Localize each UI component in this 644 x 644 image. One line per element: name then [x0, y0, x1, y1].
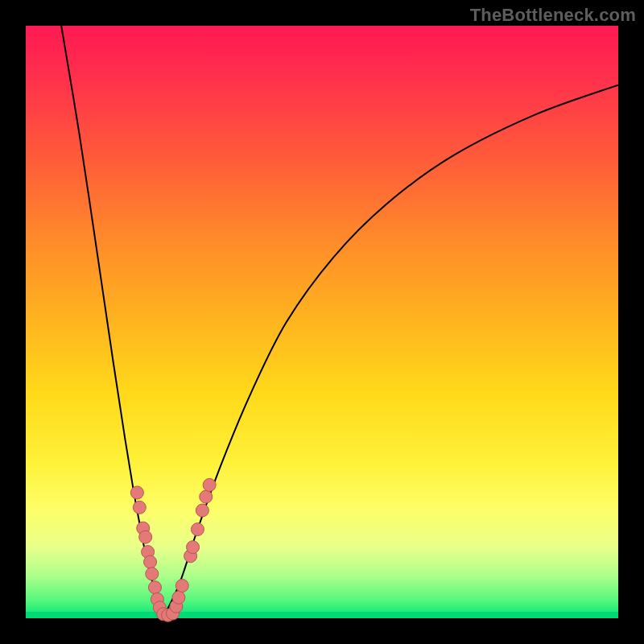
- data-marker: [133, 501, 146, 514]
- data-marker: [139, 530, 152, 543]
- data-markers: [130, 478, 216, 621]
- data-marker: [146, 568, 159, 580]
- data-marker: [203, 478, 216, 491]
- data-marker: [191, 523, 204, 536]
- chart-frame: TheBottleneck.com: [0, 0, 644, 644]
- watermark-text: TheBottleneck.com: [470, 5, 636, 26]
- data-marker: [175, 580, 188, 592]
- curve-right-branch: [164, 85, 618, 616]
- data-marker: [196, 504, 208, 517]
- chart-svg: [26, 26, 618, 618]
- data-marker: [172, 591, 185, 604]
- data-marker: [130, 486, 143, 499]
- plot-area: [26, 26, 618, 618]
- data-marker: [187, 541, 200, 554]
- data-marker: [148, 581, 161, 594]
- data-marker: [144, 555, 157, 568]
- data-marker: [200, 490, 213, 503]
